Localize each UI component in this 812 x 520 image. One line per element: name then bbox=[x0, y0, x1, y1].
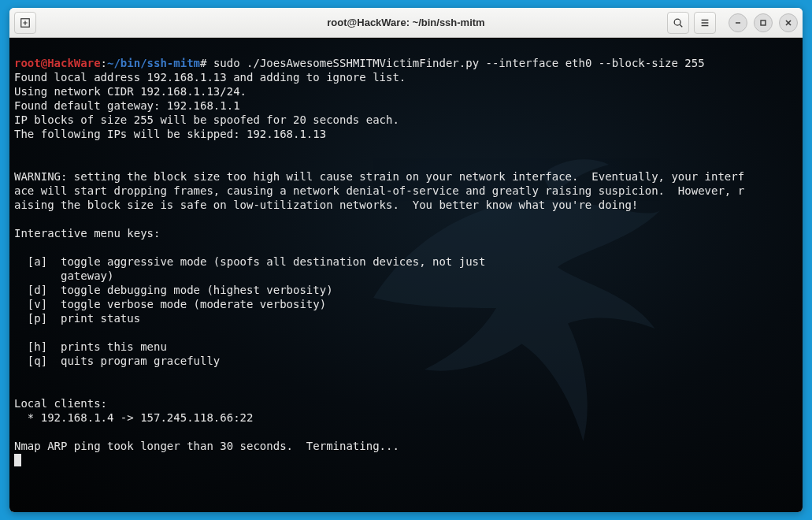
titlebar: root@HackWare: ~/bin/ssh-mitm bbox=[9, 8, 803, 38]
output-line: [d] toggle debugging mode (highest verbo… bbox=[14, 284, 333, 296]
svg-line-4 bbox=[680, 24, 682, 27]
terminal-window: root@HackWare: ~/bin/ssh-mitm bbox=[9, 8, 803, 512]
output-line: Found local address 192.168.1.13 and add… bbox=[14, 71, 406, 84]
svg-point-3 bbox=[674, 19, 680, 25]
hamburger-icon bbox=[699, 17, 710, 28]
prompt-path: ~/bin/ssh-mitm bbox=[107, 57, 200, 69]
prompt-symbol: # bbox=[200, 57, 206, 69]
output-line: [p] print status bbox=[14, 312, 140, 325]
output-line: WARNING: setting the block size too high… bbox=[14, 170, 744, 183]
output-line: [v] toggle verbose mode (moderate verbos… bbox=[14, 298, 326, 310]
close-icon bbox=[784, 19, 792, 27]
output-line: * 192.168.1.4 -> 157.245.118.66:22 bbox=[14, 411, 253, 424]
output-line: gateway) bbox=[14, 269, 113, 282]
maximize-button[interactable] bbox=[754, 13, 773, 32]
output-line: Using network CIDR 192.168.1.13/24. bbox=[14, 85, 247, 98]
search-icon bbox=[673, 17, 684, 28]
output-line: [h] prints this menu bbox=[14, 340, 167, 353]
terminal-content: root@HackWare:~/bin/ssh-mitm# sudo ./Joe… bbox=[9, 39, 803, 470]
maximize-icon bbox=[759, 19, 767, 27]
output-line: [q] quits program gracefully bbox=[14, 355, 220, 367]
minimize-button[interactable] bbox=[729, 13, 747, 32]
output-line: Interactive menu keys: bbox=[14, 227, 160, 240]
new-tab-icon bbox=[20, 17, 31, 28]
terminal-area[interactable]: root@HackWare:~/bin/ssh-mitm# sudo ./Joe… bbox=[9, 38, 803, 512]
output-line: Local clients: bbox=[14, 397, 107, 410]
new-tab-button[interactable] bbox=[14, 12, 36, 34]
output-line: Found default gateway: 192.168.1.1 bbox=[14, 99, 240, 112]
menu-button[interactable] bbox=[694, 12, 716, 34]
prompt-user-host: root@HackWare bbox=[14, 57, 101, 69]
output-line: IP blocks of size 255 will be spoofed fo… bbox=[14, 113, 399, 126]
output-line: [a] toggle aggressive mode (spoofs all d… bbox=[14, 255, 485, 268]
svg-rect-9 bbox=[761, 20, 766, 25]
minimize-icon bbox=[734, 19, 742, 27]
search-button[interactable] bbox=[667, 12, 689, 34]
output-line: ace will start dropping frames, causing … bbox=[14, 184, 744, 197]
output-line: aising the block size is safe on low-uti… bbox=[14, 199, 638, 211]
close-button[interactable] bbox=[779, 13, 798, 32]
command-text: sudo ./JoesAwesomeSSHMITMVictimFinder.py… bbox=[213, 57, 705, 69]
output-line: Nmap ARP ping took longer than 30 second… bbox=[14, 440, 399, 452]
prompt-line: root@HackWare:~/bin/ssh-mitm# sudo ./Joe… bbox=[14, 57, 705, 69]
output-line: The following IPs will be skipped: 192.1… bbox=[14, 128, 326, 140]
terminal-cursor bbox=[14, 454, 21, 466]
